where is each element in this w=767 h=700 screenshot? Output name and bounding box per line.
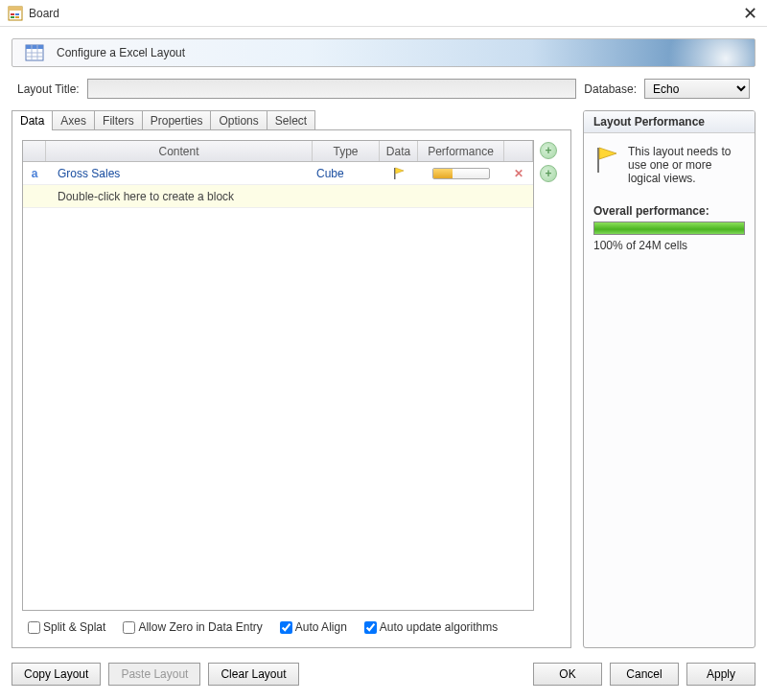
- performance-message: This layout needs to use one or more log…: [628, 145, 745, 185]
- tab-body: Content Type Data Performance a Gross Sa…: [12, 129, 571, 648]
- performance-message-row: This layout needs to use one or more log…: [593, 145, 745, 185]
- paste-layout-button[interactable]: Paste Layout: [108, 663, 200, 686]
- svg-rect-4: [11, 16, 14, 18]
- window-title: Board: [29, 7, 740, 20]
- svg-rect-2: [11, 13, 14, 15]
- sheet-icon: [24, 42, 45, 63]
- app-icon: [8, 6, 23, 21]
- performance-body: This layout needs to use one or more log…: [584, 133, 755, 264]
- side-buttons: [540, 140, 561, 611]
- add-block-button[interactable]: [540, 165, 557, 182]
- copy-layout-button[interactable]: Copy Layout: [12, 663, 101, 686]
- header-title: Configure a Excel Layout: [57, 46, 185, 59]
- row-type[interactable]: Cube: [313, 162, 380, 184]
- header-handle: [23, 141, 46, 161]
- clear-layout-button[interactable]: Clear Layout: [208, 663, 298, 686]
- auto-update-checkbox[interactable]: Auto update algorithms: [364, 620, 498, 634]
- right-column: Layout Performance This layout needs to …: [583, 110, 755, 648]
- flag-large-icon: [593, 145, 620, 185]
- layout-title-input[interactable]: [87, 79, 577, 99]
- add-row-button[interactable]: [540, 142, 557, 159]
- overall-performance-text: 100% of 24M cells: [593, 239, 745, 252]
- header-data[interactable]: Data: [380, 141, 418, 161]
- database-label: Database:: [584, 82, 637, 96]
- tab-select[interactable]: Select: [267, 110, 315, 130]
- svg-rect-5: [15, 16, 19, 18]
- svg-rect-3: [15, 13, 19, 15]
- performance-panel: Layout Performance This layout needs to …: [583, 110, 755, 648]
- allow-zero-checkbox[interactable]: Allow Zero in Data Entry: [123, 620, 262, 634]
- dialog-window: Board ✕ Configure a Excel Layout Layout …: [0, 0, 767, 700]
- overall-performance-bar: [593, 222, 745, 235]
- split-splat-checkbox[interactable]: Split & Splat: [28, 620, 105, 634]
- hint-text: Double-click here to create a block: [46, 185, 533, 207]
- auto-align-checkbox[interactable]: Auto Align: [280, 620, 347, 634]
- database-select[interactable]: Echo: [644, 79, 750, 99]
- table-row[interactable]: a Gross Sales Cube: [23, 162, 533, 185]
- tab-axes[interactable]: Axes: [52, 110, 95, 130]
- title-row: Layout Title: Database: Echo: [12, 79, 755, 99]
- performance-header: Layout Performance: [584, 111, 755, 133]
- svg-rect-7: [26, 45, 43, 49]
- tab-properties[interactable]: Properties: [142, 110, 212, 130]
- close-icon[interactable]: ✕: [740, 3, 759, 24]
- overall-performance-fill: [594, 222, 744, 234]
- footer: Copy Layout Paste Layout Clear Layout OK…: [0, 660, 767, 700]
- cancel-button[interactable]: Cancel: [610, 663, 679, 686]
- row-handle[interactable]: a: [23, 162, 46, 184]
- tab-bar: Data Axes Filters Properties Options Sel…: [12, 110, 571, 130]
- header-type[interactable]: Type: [313, 141, 380, 161]
- svg-rect-1: [9, 7, 22, 11]
- header-delete: [504, 141, 533, 161]
- titlebar: Board ✕: [0, 0, 767, 27]
- row-data[interactable]: [380, 162, 418, 184]
- grid-wrap: Content Type Data Performance a Gross Sa…: [22, 140, 561, 611]
- main-area: Data Axes Filters Properties Options Sel…: [12, 110, 755, 648]
- apply-button[interactable]: Apply: [686, 663, 755, 686]
- tab-data[interactable]: Data: [12, 110, 53, 130]
- flag-icon: [391, 166, 407, 181]
- overall-performance-label: Overall performance:: [593, 204, 745, 218]
- grid-header: Content Type Data Performance: [23, 141, 533, 162]
- row-performance: [418, 162, 504, 184]
- checkbox-row: Split & Splat Allow Zero in Data Entry A…: [22, 617, 561, 638]
- tab-filters[interactable]: Filters: [94, 110, 143, 130]
- data-grid: Content Type Data Performance a Gross Sa…: [22, 140, 534, 611]
- delete-row-icon[interactable]: ✕: [504, 162, 533, 184]
- grid-body[interactable]: a Gross Sales Cube: [23, 162, 533, 610]
- left-column: Data Axes Filters Properties Options Sel…: [12, 110, 571, 648]
- row-content[interactable]: Gross Sales: [46, 162, 313, 184]
- header-panel: Configure a Excel Layout: [12, 38, 755, 67]
- header-content[interactable]: Content: [46, 141, 313, 161]
- header-performance[interactable]: Performance: [418, 141, 504, 161]
- ok-button[interactable]: OK: [533, 663, 602, 686]
- layout-title-label: Layout Title:: [17, 82, 80, 96]
- hint-handle: [23, 185, 46, 207]
- perf-bar: [432, 168, 490, 179]
- content-area: Configure a Excel Layout Layout Title: D…: [0, 27, 767, 660]
- hint-row[interactable]: Double-click here to create a block: [23, 185, 533, 208]
- tab-options[interactable]: Options: [210, 110, 267, 130]
